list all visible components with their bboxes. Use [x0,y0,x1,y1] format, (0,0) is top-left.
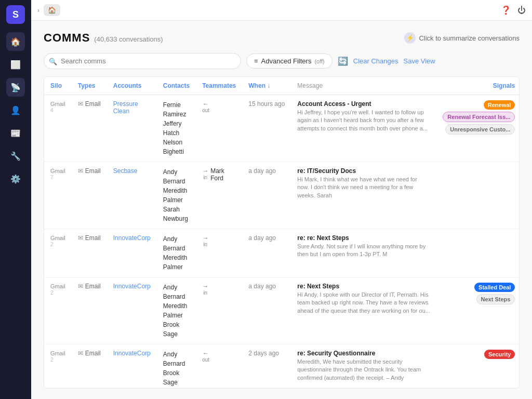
conversation-count: (40,633 conversations) [94,35,163,43]
comms-table: Silo Types Accounts Contacts Teammates W… [44,77,520,389]
col-contacts[interactable]: Contacts [157,77,196,95]
cell-account[interactable]: Pressure Clean [107,95,157,162]
cell-silo: Gmail7 [44,162,72,229]
cell-when: 2 days ago [242,344,291,389]
email-icon: ✉ [78,234,83,242]
cell-signals [436,162,520,229]
page-title: COMMS [44,31,90,45]
account-link[interactable]: Pressure Clean [113,100,138,115]
cell-type: ✉Email [72,162,107,229]
summarize-icon: ⚡ [404,32,416,44]
signal-badge[interactable]: Security [484,350,515,359]
search-input[interactable] [44,53,241,69]
help-icon[interactable]: ❓ [501,5,511,15]
main-content: › 🏠 ❓ ⏻ COMMS (40,633 conversations) ⚡ C… [31,0,532,399]
table-row[interactable]: Gmail4✉EmailPressure CleanFernie Ramirez… [44,95,520,162]
cell-silo: Gmail2 [44,344,72,389]
col-message: Message [291,77,436,95]
table-row[interactable]: Gmail2✉EmailInnovateCorpAndy BernardBroo… [44,344,520,389]
table-row[interactable]: Gmail2✉EmailInnovateCorpAndy BernardMere… [44,229,520,277]
save-view-link[interactable]: Save View [404,57,435,65]
cell-contacts: Andy BernardMeredith Palmer [157,229,196,277]
cell-signals: Security [436,344,520,389]
filter-label: Advanced Filters [261,57,312,65]
cell-direction: ←out [196,95,242,162]
title-area: COMMS (40,633 conversations) [44,31,163,45]
col-silo[interactable]: Silo [44,77,72,95]
col-teammates[interactable]: Teammates [196,77,242,95]
page-content: COMMS (40,633 conversations) ⚡ Click to … [31,21,532,399]
cell-account[interactable]: Secbase [107,162,157,229]
cell-silo: Gmail2 [44,277,72,344]
cell-when: 15 hours ago [242,95,291,162]
email-icon: ✉ [78,100,83,108]
cell-signals: RenewalRenewal Forecast Iss...Unresponsi… [436,95,520,162]
sidebar-item-settings[interactable]: ⚙️ [6,169,25,188]
sidebar-item-feed[interactable]: ⬜ [6,55,25,74]
power-icon[interactable]: ⏻ [517,6,526,15]
cell-account[interactable]: InnovateCorp [107,344,157,389]
account-link[interactable]: InnovateCorp [113,283,151,290]
topbar: › 🏠 ❓ ⏻ [31,0,532,21]
cell-message: re: IT/Security DocsHi Mark, I think wha… [291,162,436,229]
cell-when: a day ago [242,162,291,229]
cell-direction: →inMark Ford [196,162,242,229]
account-link[interactable]: InnovateCorp [113,234,151,242]
signal-badge[interactable]: Unresponsive Custo... [445,124,515,135]
filter-status: (off) [314,58,324,64]
cell-silo: Gmail2 [44,229,72,277]
cell-direction: →in [196,277,242,344]
summarize-button[interactable]: ⚡ Click to summarize conversations [404,32,520,44]
cell-contacts: Andy BernardBrook SageMeredith Palmer [157,344,196,389]
toolbar: 🔍 ≡ Advanced Filters (off) 🔄 Clear Chang… [44,53,520,69]
advanced-filters-button[interactable]: ≡ Advanced Filters (off) [246,54,332,69]
refresh-button[interactable]: 🔄 [338,56,348,66]
signal-badge[interactable]: Stalled Deal [474,283,515,292]
sidebar-item-activity[interactable]: 📰 [6,124,25,142]
signal-badge[interactable]: Renewal [484,100,515,110]
table-row[interactable]: Gmail2✉EmailInnovateCorpAndy BernardMere… [44,277,520,344]
page-header: COMMS (40,633 conversations) ⚡ Click to … [44,31,520,45]
sidebar: S 🏠 ⬜ 📡 👤 📰 🔧 ⚙️ [0,0,31,399]
app-logo: S [6,5,25,24]
home-breadcrumb[interactable]: 🏠 [44,4,60,16]
clear-changes-link[interactable]: Clear Changes [353,57,398,65]
email-icon: ✉ [78,167,83,175]
table-row[interactable]: Gmail7✉EmailSecbaseAndy BernardMeredith … [44,162,520,229]
sidebar-item-home[interactable]: 🏠 [6,32,25,51]
cell-contacts: Andy BernardMeredith PalmerBrook Sage [157,277,196,344]
cell-type: ✉Email [72,277,107,344]
cell-type: ✉Email [72,95,107,162]
sidebar-item-comms[interactable]: 📡 [6,78,25,97]
cell-message: re: Next StepsHi Andy, I spoke with our … [291,277,436,344]
cell-type: ✉Email [72,229,107,277]
col-when[interactable]: When ↓ [242,77,291,95]
sidebar-item-contacts[interactable]: 👤 [6,101,25,119]
cell-signals [436,229,520,277]
cell-signals: Stalled DealNext Steps [436,277,520,344]
sidebar-item-tools[interactable]: 🔧 [6,147,25,165]
signal-badge[interactable]: Next Steps [476,294,515,304]
breadcrumb-chevron[interactable]: › [37,7,39,14]
cell-silo: Gmail4 [44,95,72,162]
account-link[interactable]: Secbase [113,167,138,175]
cell-type: ✉Email [72,344,107,389]
cell-message: re: Security QuestionnaireMeredith, We h… [291,344,436,389]
cell-direction: →in [196,229,242,277]
search-icon: 🔍 [49,57,57,65]
cell-when: a day ago [242,229,291,277]
col-accounts[interactable]: Accounts [107,77,157,95]
account-link[interactable]: InnovateCorp [113,350,151,357]
col-types[interactable]: Types [72,77,107,95]
cell-account[interactable]: InnovateCorp [107,229,157,277]
comms-table-container: Silo Types Accounts Contacts Teammates W… [44,76,520,389]
cell-contacts: Fernie RamirezJeffery HatchNelson Bighet… [157,95,196,162]
cell-message: re: re: Next StepsSure Andy. Not sure if… [291,229,436,277]
email-icon: ✉ [78,350,83,357]
search-box: 🔍 [44,53,241,69]
cell-account[interactable]: InnovateCorp [107,277,157,344]
cell-direction: ←out [196,344,242,389]
col-signals[interactable]: Signals [436,77,520,95]
topbar-actions: ❓ ⏻ [501,5,526,15]
signal-badge[interactable]: Renewal Forecast Iss... [443,112,515,122]
